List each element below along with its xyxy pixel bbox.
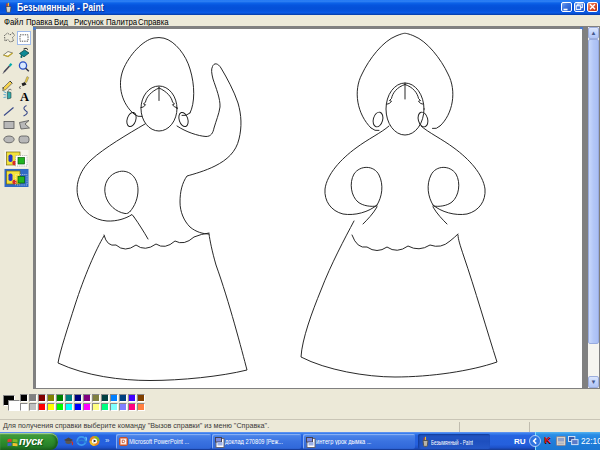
- svg-text:A: A: [20, 90, 29, 104]
